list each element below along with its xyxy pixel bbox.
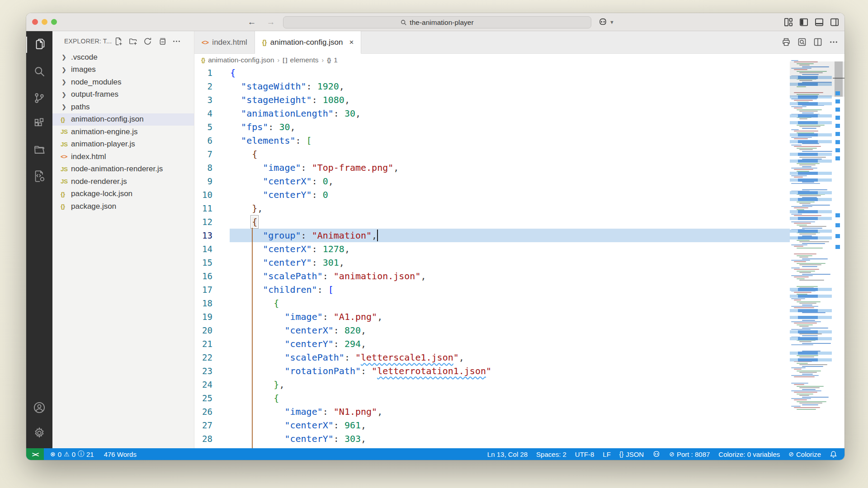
- copilot-status[interactable]: [652, 450, 660, 458]
- file-item-animation-player.js[interactable]: JSanimation-player.js: [52, 138, 194, 151]
- line-number[interactable]: 3: [194, 93, 212, 107]
- new-folder-icon[interactable]: [128, 37, 137, 46]
- code-line-10[interactable]: 10 "centerY": 0: [194, 188, 844, 202]
- toggle-primary-sidebar-icon[interactable]: [799, 18, 808, 27]
- cursor-position-status[interactable]: Ln 13, Col 28: [487, 450, 528, 458]
- code-line-18[interactable]: 18 {: [194, 296, 844, 310]
- open-preview-icon[interactable]: [797, 38, 807, 47]
- customize-layout-icon[interactable]: [784, 18, 793, 27]
- code-line-14[interactable]: 14 "centerX": 1278,: [194, 242, 844, 256]
- line-number[interactable]: 9: [194, 174, 212, 188]
- split-editor-icon[interactable]: [813, 38, 822, 47]
- code-line-9[interactable]: 9 "centerX": 0,: [194, 174, 844, 188]
- line-number[interactable]: 16: [194, 269, 212, 283]
- minimize-window-button[interactable]: [42, 19, 47, 25]
- line-number[interactable]: 24: [194, 378, 212, 391]
- file-item-package-lock.json[interactable]: {}package-lock.json: [52, 188, 194, 201]
- navigate-back-button[interactable]: ←: [246, 16, 258, 28]
- file-item-animation-config.json[interactable]: {}animation-config.json: [52, 113, 194, 126]
- close-window-button[interactable]: [32, 19, 38, 25]
- code-line-6[interactable]: 6 "elements": [: [194, 134, 844, 147]
- line-number[interactable]: 4: [194, 107, 212, 120]
- code-line-8[interactable]: 8 "image": "Top-frame.png",: [194, 161, 844, 174]
- folder-item-images[interactable]: ❯images: [52, 64, 194, 76]
- line-number[interactable]: 10: [194, 188, 212, 202]
- line-number[interactable]: 25: [194, 391, 212, 405]
- language-mode-status[interactable]: {} JSON: [619, 450, 644, 458]
- line-number[interactable]: 6: [194, 134, 212, 147]
- remote-indicator-button[interactable]: ><: [26, 448, 44, 460]
- settings-gear-icon[interactable]: [26, 422, 52, 444]
- line-number[interactable]: 18: [194, 296, 212, 310]
- line-number[interactable]: 15: [194, 256, 212, 269]
- code-line-26[interactable]: 26 "image": "N1.png",: [194, 405, 844, 418]
- live-server-port-status[interactable]: ⊘ Port : 8087: [669, 450, 710, 458]
- line-number[interactable]: 12: [194, 215, 212, 229]
- breadcrumb-element-index[interactable]: 1: [334, 56, 338, 64]
- file-item-index.html[interactable]: <>index.html: [52, 150, 194, 163]
- tab-animation-config-json[interactable]: {} animation-config.json ×: [255, 31, 362, 54]
- toggle-panel-icon[interactable]: [815, 18, 824, 27]
- code-line-2[interactable]: 2 "stageWidth": 1920,: [194, 80, 844, 93]
- line-number[interactable]: 26: [194, 405, 212, 418]
- eol-status[interactable]: LF: [603, 450, 611, 458]
- breadcrumb-file[interactable]: animation-config.json: [208, 56, 274, 64]
- file-item-node-animation-renderer.js[interactable]: JSnode-animation-renderer.js: [52, 163, 194, 176]
- line-number[interactable]: 11: [194, 202, 212, 215]
- code-line-7[interactable]: 7 {: [194, 147, 844, 161]
- code-line-15[interactable]: 15 "centerY": 301,: [194, 256, 844, 269]
- folder-view-activity-icon[interactable]: [26, 139, 52, 161]
- command-center-search[interactable]: the-animation-player: [283, 16, 591, 28]
- explorer-activity-icon[interactable]: [26, 34, 52, 56]
- code-line-24[interactable]: 24 },: [194, 378, 844, 391]
- line-number[interactable]: 8: [194, 161, 212, 174]
- new-file-icon[interactable]: [114, 37, 123, 46]
- line-number[interactable]: 2: [194, 80, 212, 93]
- line-number[interactable]: 5: [194, 120, 212, 134]
- code-line-22[interactable]: 22 "scalePath": "letterscale1.json",: [194, 351, 844, 364]
- line-number[interactable]: 19: [194, 310, 212, 324]
- code-line-28[interactable]: 28 "centerY": 303,: [194, 432, 844, 446]
- line-number[interactable]: 23: [194, 364, 212, 378]
- toggle-secondary-sidebar-icon[interactable]: [830, 18, 839, 27]
- colorize-status[interactable]: ⊘ Colorize: [788, 450, 821, 458]
- line-number[interactable]: 27: [194, 418, 212, 432]
- notifications-bell[interactable]: [830, 450, 837, 458]
- zoom-window-button[interactable]: [51, 19, 57, 25]
- code-line-27[interactable]: 27 "centerX": 961,: [194, 418, 844, 432]
- collapse-folders-icon[interactable]: [157, 37, 166, 46]
- colorize-variables-status[interactable]: Colorize: 0 variables: [718, 450, 780, 458]
- code-line-17[interactable]: 17 "children": [: [194, 283, 844, 296]
- minimap[interactable]: [790, 54, 844, 448]
- code-line-21[interactable]: 21 "centerY": 294,: [194, 337, 844, 351]
- encoding-status[interactable]: UTF-8: [575, 450, 594, 458]
- code-line-16[interactable]: 16 "scalePath": "animation.json",: [194, 269, 844, 283]
- source-control-activity-icon[interactable]: [26, 87, 52, 109]
- more-actions-icon[interactable]: [172, 37, 181, 46]
- navigate-forward-button[interactable]: →: [265, 16, 277, 28]
- code-line-4[interactable]: 4 "animationLength": 30,: [194, 107, 844, 120]
- tab-index-html[interactable]: <> index.html: [194, 31, 255, 53]
- line-number[interactable]: 7: [194, 147, 212, 161]
- folder-item-.vscode[interactable]: ❯.vscode: [52, 51, 194, 64]
- line-number[interactable]: 20: [194, 324, 212, 337]
- code-line-20[interactable]: 20 "centerX": 820,: [194, 324, 844, 337]
- problems-status[interactable]: ⊗ 0 ⚠ 0 ⓘ 21: [50, 450, 94, 458]
- close-tab-icon[interactable]: ×: [349, 38, 354, 47]
- folder-item-node_modules[interactable]: ❯node_modules: [52, 76, 194, 89]
- line-number[interactable]: 14: [194, 242, 212, 256]
- copilot-menu[interactable]: ▼: [598, 17, 614, 27]
- search-activity-icon[interactable]: [26, 61, 52, 82]
- code-line-1[interactable]: 1{: [194, 66, 844, 80]
- indentation-status[interactable]: Spaces: 2: [536, 450, 566, 458]
- print-icon[interactable]: [782, 38, 791, 47]
- folder-item-paths[interactable]: ❯paths: [52, 101, 194, 113]
- code-line-23[interactable]: 23 "rotationPath": "letterrotation1.json…: [194, 364, 844, 378]
- code-line-11[interactable]: 11 },: [194, 202, 844, 215]
- folder-item-output-frames[interactable]: ❯output-frames: [52, 89, 194, 101]
- refresh-icon[interactable]: [143, 37, 152, 46]
- file-item-animation-engine.js[interactable]: JSanimation-engine.js: [52, 126, 194, 138]
- code-editor[interactable]: 1{2 "stageWidth": 1920,3 "stageHeight": …: [194, 66, 844, 448]
- breadcrumb-elements[interactable]: elements: [290, 56, 319, 64]
- line-number[interactable]: 13: [194, 229, 212, 242]
